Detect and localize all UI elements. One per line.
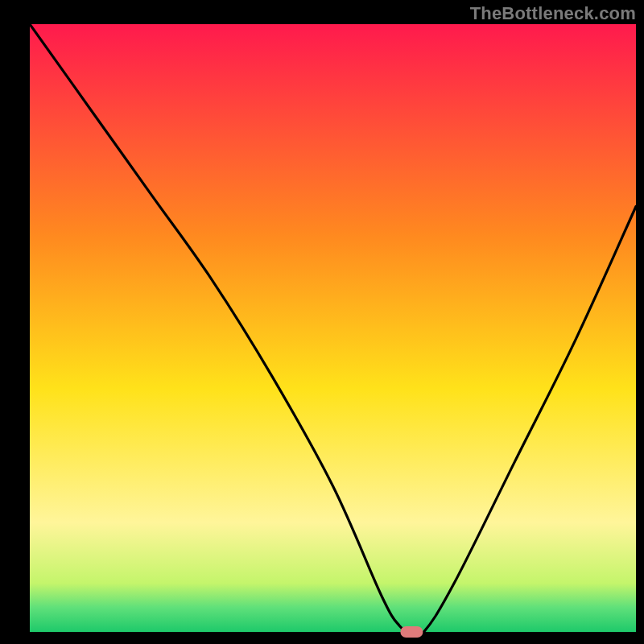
bottleneck-chart <box>0 0 644 644</box>
watermark-text: TheBottleneck.com <box>470 3 636 24</box>
chart-gradient-background <box>30 24 636 632</box>
chart-stage: TheBottleneck.com <box>0 0 644 644</box>
optimal-point-marker <box>400 626 423 638</box>
